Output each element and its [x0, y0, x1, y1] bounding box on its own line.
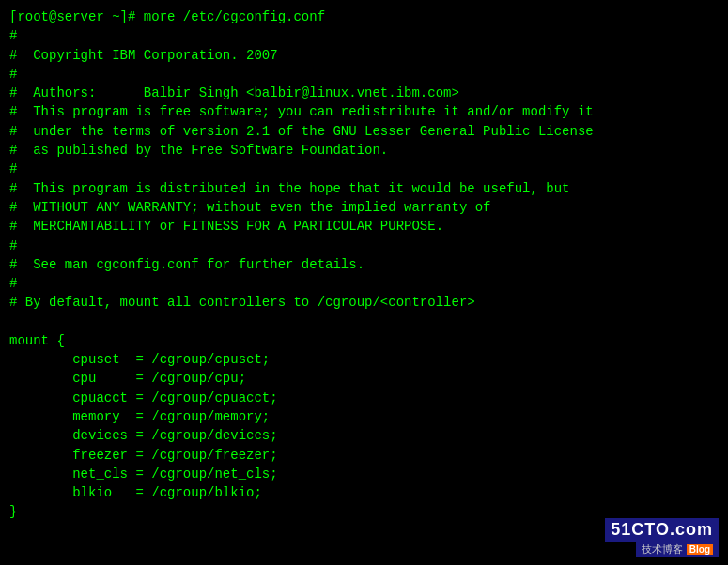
terminal-line: cpu = /cgroup/cpu;: [9, 369, 719, 388]
terminal-line: freezer = /cgroup/freezer;: [9, 446, 719, 465]
terminal-line: [root@server ~]# more /etc/cgconfig.conf: [9, 8, 719, 26]
terminal-line: # This program is free software; you can…: [9, 102, 719, 121]
terminal-line: # Authors: Balbir Singh <balbir@linux.vn…: [9, 84, 719, 102]
terminal-line: # MERCHANTABILITY or FITNESS FOR A PARTI…: [9, 217, 719, 236]
terminal-line: devices = /cgroup/devices;: [9, 426, 719, 445]
terminal-line: #: [9, 274, 719, 293]
terminal-line: mount {: [9, 331, 719, 350]
terminal-line: blkio = /cgroup/blkio;: [9, 483, 719, 502]
terminal-line: #: [9, 237, 719, 255]
terminal: [root@server ~]# more /etc/cgconfig.conf…: [0, 0, 728, 565]
terminal-line: #: [9, 160, 719, 178]
terminal-line: net_cls = /cgroup/net_cls;: [9, 465, 719, 483]
terminal-line: cpuacct = /cgroup/cpuacct;: [9, 389, 719, 407]
watermark: 51CTO.com 技术博客 Blog: [605, 518, 719, 557]
terminal-line: cpuset = /cgroup/cpuset;: [9, 350, 719, 369]
terminal-line: #: [9, 26, 719, 45]
terminal-line: # WITHOUT ANY WARRANTY; without even the…: [9, 198, 719, 217]
watermark-blog: Blog: [687, 544, 713, 555]
terminal-line: memory = /cgroup/memory;: [9, 407, 719, 426]
watermark-sub-text: 技术博客: [642, 542, 683, 557]
terminal-line: # By default, mount all controllers to /…: [9, 293, 719, 312]
terminal-line: [9, 313, 719, 331]
terminal-line: # See man cgconfig.conf for further deta…: [9, 255, 719, 274]
terminal-line: # as published by the Free Software Foun…: [9, 141, 719, 160]
terminal-line: # under the terms of version 2.1 of the …: [9, 122, 719, 141]
terminal-line: #: [9, 65, 719, 84]
terminal-line: # This program is distributed in the hop…: [9, 179, 719, 198]
watermark-sub: 技术博客 Blog: [636, 542, 719, 557]
terminal-line: # Copyright IBM Corporation. 2007: [9, 46, 719, 65]
terminal-content: [root@server ~]# more /etc/cgconfig.conf…: [9, 8, 719, 522]
watermark-site: 51CTO.com: [605, 518, 719, 542]
